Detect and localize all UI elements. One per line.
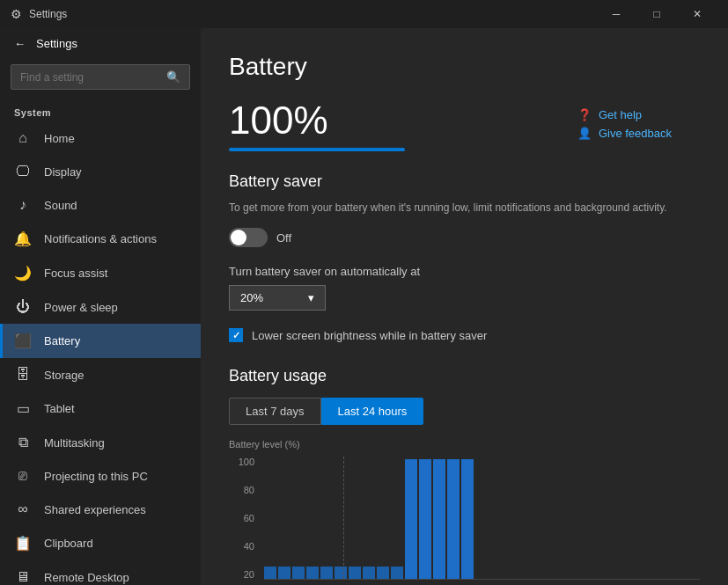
chart-bar — [419, 459, 431, 579]
tablet-icon: ▭ — [14, 400, 32, 417]
titlebar: ⚙ Settings ─ □ ✕ — [0, 0, 728, 28]
sidebar-item-display[interactable]: 🖵 Display — [0, 155, 201, 188]
sound-icon: ♪ — [14, 197, 32, 213]
sidebar-item-battery[interactable]: ⬛ Battery — [0, 324, 201, 358]
sidebar-item-tablet[interactable]: ▭ Tablet — [0, 391, 201, 426]
clipboard-icon: 📋 — [14, 535, 32, 552]
battery-usage-title: Battery usage — [229, 367, 700, 385]
maximize-button[interactable]: □ — [636, 0, 677, 28]
dropdown-value: 20% — [240, 291, 263, 304]
chart-bar — [264, 567, 276, 579]
chart-bar — [306, 567, 319, 579]
focus-icon: 🌙 — [14, 265, 32, 282]
settings-icon: ⚙ — [11, 7, 22, 21]
help-links: ❓ Get help 👤 Give feedback — [577, 106, 672, 143]
sidebar-label-focus: Focus assist — [44, 267, 107, 280]
sidebar-label-sound: Sound — [44, 199, 77, 212]
projecting-icon: ⎚ — [14, 468, 32, 484]
toggle-label: Off — [276, 231, 291, 245]
lower-brightness-checkbox[interactable]: ✓ — [229, 328, 243, 342]
minimize-button[interactable]: ─ — [596, 0, 636, 28]
tab-7days[interactable]: Last 7 days — [229, 398, 321, 425]
get-help-link[interactable]: ❓ Get help — [577, 106, 672, 124]
chart-dashed-line — [343, 457, 344, 579]
chart-bar — [363, 567, 375, 579]
sidebar-item-projecting[interactable]: ⎚ Projecting to this PC — [0, 459, 201, 493]
chart-bar — [391, 567, 403, 579]
battery-bar-fill — [229, 148, 405, 151]
toggle-knob — [231, 230, 246, 245]
give-feedback-link[interactable]: 👤 Give feedback — [577, 124, 672, 143]
chart-bars-area — [264, 457, 700, 580]
sidebar-item-remote[interactable]: 🖥 Remote Desktop — [0, 560, 201, 585]
y-label: 100 — [239, 457, 254, 467]
chart-bar — [447, 459, 460, 579]
content-wrapper: ❓ Get help 👤 Give feedback Battery 100% … — [229, 53, 700, 585]
search-box[interactable]: 🔍 — [11, 64, 190, 90]
battery-chart: 10080604020 6 PM12 AM6 AM12 PM — [229, 457, 700, 585]
shared-icon: ∞ — [14, 501, 32, 517]
multitasking-icon: ⧉ — [14, 435, 32, 450]
main-layout: ← Settings 🔍 System ⌂ Home 🖵 Display ♪ S… — [0, 28, 728, 585]
sidebar-item-power[interactable]: ⏻ Power & sleep — [0, 290, 201, 324]
sidebar-label-notifications: Notifications & actions — [44, 232, 157, 245]
close-button[interactable]: ✕ — [677, 0, 717, 28]
battery-saver-toggle[interactable] — [229, 228, 268, 247]
page-title: Battery — [229, 53, 700, 81]
back-button[interactable]: ← Settings — [0, 28, 201, 59]
lower-brightness-label: Lower screen brightness while in battery… — [252, 329, 487, 342]
chart-bar — [377, 567, 389, 579]
auto-saver-label: Turn battery saver on automatically at — [229, 265, 700, 278]
get-help-label: Get help — [599, 108, 642, 121]
remote-icon: 🖥 — [14, 569, 32, 585]
sidebar-item-storage[interactable]: 🗄 Storage — [0, 358, 201, 391]
y-label: 40 — [244, 541, 254, 552]
chart-bar — [278, 567, 290, 579]
chart-bar — [292, 567, 305, 579]
lower-brightness-row: ✓ Lower screen brightness while in batte… — [229, 328, 700, 342]
search-input[interactable] — [20, 71, 159, 84]
sidebar-item-focus[interactable]: 🌙 Focus assist — [0, 256, 201, 290]
sidebar-label-home: Home — [44, 132, 75, 145]
chart-bar — [320, 567, 333, 579]
sidebar-label-storage: Storage — [44, 369, 85, 382]
usage-tabs: Last 7 days Last 24 hours — [229, 398, 700, 425]
window-controls: ─ □ ✕ — [596, 0, 717, 28]
storage-icon: 🗄 — [14, 367, 32, 383]
sidebar-label-shared: Shared experiences — [44, 503, 146, 516]
chart-bar — [461, 459, 474, 579]
battery-saver-toggle-row: Off — [229, 228, 700, 247]
battery-bar — [229, 148, 405, 151]
y-label: 20 — [244, 569, 254, 580]
sidebar: ← Settings 🔍 System ⌂ Home 🖵 Display ♪ S… — [0, 28, 201, 585]
sidebar-label-clipboard: Clipboard — [44, 537, 93, 550]
tab-24hours[interactable]: Last 24 hours — [321, 398, 424, 425]
sidebar-label-remote: Remote Desktop — [44, 571, 129, 584]
y-label: 80 — [244, 485, 254, 495]
sidebar-label-multitasking: Multitasking — [44, 436, 105, 450]
nav-items: ⌂ Home 🖵 Display ♪ Sound 🔔 Notifications… — [0, 121, 201, 585]
sidebar-item-clipboard[interactable]: 📋 Clipboard — [0, 526, 201, 560]
sidebar-item-multitasking[interactable]: ⧉ Multitasking — [0, 426, 201, 459]
chart-bar — [335, 567, 347, 579]
dropdown-arrow: ▾ — [308, 291, 314, 304]
chart-bar — [349, 567, 361, 579]
chart-x-labels: 6 PM12 AM6 AM12 PM — [264, 580, 700, 585]
sidebar-label-projecting: Projecting to this PC — [44, 470, 148, 483]
auto-saver-dropdown[interactable]: 20% ▾ — [229, 285, 326, 311]
chart-bar — [433, 459, 445, 579]
battery-icon: ⬛ — [14, 333, 32, 349]
battery-saver-desc: To get more from your battery when it's … — [229, 200, 700, 216]
help-icon: ❓ — [577, 108, 592, 121]
give-feedback-label: Give feedback — [599, 127, 672, 140]
content-area: ❓ Get help 👤 Give feedback Battery 100% … — [201, 28, 728, 585]
sidebar-item-home[interactable]: ⌂ Home — [0, 121, 201, 155]
chart-bar — [405, 459, 417, 579]
checkmark-icon: ✓ — [232, 330, 240, 341]
back-icon: ← — [14, 37, 26, 50]
sidebar-item-sound[interactable]: ♪ Sound — [0, 188, 201, 222]
back-label: Settings — [36, 37, 77, 50]
sidebar-item-notifications[interactable]: 🔔 Notifications & actions — [0, 222, 201, 256]
sidebar-item-shared[interactable]: ∞ Shared experiences — [0, 493, 201, 526]
chart-y-labels: 10080604020 — [229, 457, 260, 580]
